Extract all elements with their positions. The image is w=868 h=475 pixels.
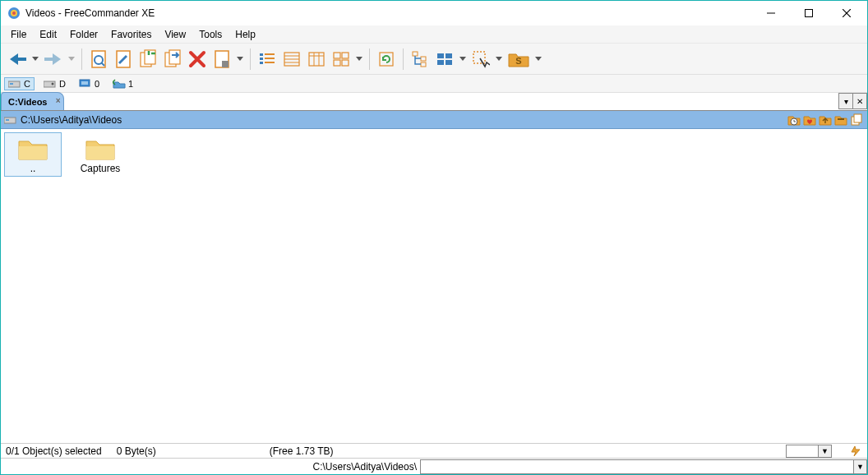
menu-file[interactable]: File [4, 27, 33, 42]
folder-icon [84, 135, 117, 163]
drive-1[interactable]: 1 [108, 77, 137, 90]
menu-folder[interactable]: Folder [63, 27, 104, 42]
svg-rect-46 [10, 83, 13, 85]
svg-rect-50 [81, 81, 88, 85]
folder-up-item[interactable]: .. [4, 132, 62, 177]
back-dropdown[interactable] [30, 47, 40, 71]
svg-rect-42 [446, 60, 452, 65]
back-button[interactable] [6, 47, 29, 71]
drive-d[interactable]: D [39, 77, 70, 90]
command-path: C:\Users\Aditya\Videos\ [1, 461, 420, 473]
svg-rect-40 [446, 53, 452, 58]
tab-label: C:Videos [8, 97, 47, 107]
view-thumbnails-button[interactable] [330, 47, 353, 71]
drive-0[interactable]: 0 [75, 77, 104, 90]
title-bar: Videos - FreeCommander XE [1, 1, 867, 25]
window-title: Videos - FreeCommander XE [25, 7, 752, 19]
svg-rect-43 [473, 52, 485, 63]
move-button[interactable] [161, 47, 184, 71]
tab-close-icon[interactable]: × [56, 96, 61, 105]
separator [81, 48, 82, 70]
tab-videos[interactable]: C:Videos × [1, 92, 64, 110]
menu-bar: File Edit Folder Favorites View Tools He… [1, 25, 867, 44]
filter-combo[interactable]: ▼ [786, 445, 832, 458]
main-toolbar: S [1, 44, 867, 75]
separator [369, 48, 370, 70]
current-path[interactable]: C:\Users\Aditya\Videos [4, 114, 787, 126]
svg-point-2 [12, 12, 16, 15]
svg-rect-19 [260, 62, 263, 64]
svg-rect-41 [437, 60, 444, 65]
tab-close-button[interactable]: ✕ [852, 93, 867, 109]
folder-up-icon[interactable] [818, 113, 833, 127]
app-icon [7, 7, 21, 20]
close-button[interactable] [828, 1, 866, 25]
svg-rect-27 [309, 53, 324, 66]
menu-edit[interactable]: Edit [33, 27, 63, 42]
svg-rect-31 [334, 53, 340, 58]
command-dropdown[interactable]: ▼ [853, 460, 866, 473]
favorites-icon[interactable] [802, 113, 817, 127]
svg-rect-12 [145, 50, 155, 64]
view-list-button[interactable] [256, 47, 279, 71]
view-dropdown[interactable] [354, 47, 364, 71]
menu-view[interactable]: View [158, 27, 192, 42]
svg-rect-32 [342, 53, 349, 58]
refresh-button[interactable] [375, 47, 398, 71]
forward-dropdown[interactable] [67, 47, 76, 71]
select-button[interactable] [469, 47, 492, 71]
panel-button[interactable] [433, 47, 456, 71]
select-dropdown[interactable] [494, 47, 504, 71]
special-folder-dropdown[interactable] [533, 47, 543, 71]
drive-icon [4, 114, 17, 126]
svg-rect-39 [437, 53, 444, 58]
forward-button[interactable] [42, 47, 65, 71]
svg-rect-56 [854, 114, 861, 122]
quick-filter-icon[interactable] [849, 445, 862, 458]
copy-path-icon[interactable] [849, 113, 864, 127]
edit-button[interactable] [112, 47, 135, 71]
delete-button[interactable] [186, 47, 209, 71]
command-input[interactable]: ▼ [420, 459, 867, 474]
svg-rect-14 [169, 50, 180, 64]
view-button[interactable] [87, 47, 110, 71]
selection-status: 0/1 Object(s) selected [6, 445, 102, 457]
separator [250, 48, 251, 70]
svg-rect-18 [260, 58, 263, 60]
svg-rect-16 [222, 61, 229, 67]
svg-rect-52 [6, 119, 9, 121]
svg-rect-36 [413, 52, 418, 56]
separator [403, 48, 404, 70]
minimize-button[interactable] [752, 1, 790, 25]
root-folder-icon[interactable] [833, 113, 848, 127]
svg-rect-4 [806, 10, 813, 17]
tree-button[interactable] [409, 47, 432, 71]
menu-tools[interactable]: Tools [192, 27, 229, 42]
drive-net-icon [79, 79, 92, 89]
status-bar: 0/1 Object(s) selected 0 Byte(s) (Free 1… [1, 443, 867, 458]
svg-rect-34 [342, 60, 349, 66]
command-bar: C:\Users\Aditya\Videos\ ▼ [1, 458, 867, 474]
properties-button[interactable] [210, 47, 233, 71]
file-view[interactable]: .. Captures [1, 129, 867, 443]
maximize-button[interactable] [790, 1, 828, 25]
file-label: .. [30, 163, 36, 174]
view-details-button[interactable] [280, 47, 303, 71]
tab-bar: C:Videos × ▾ ✕ [1, 93, 867, 111]
history-icon[interactable] [787, 113, 801, 127]
menu-help[interactable]: Help [229, 27, 262, 42]
svg-point-48 [51, 82, 53, 85]
tab-history-dropdown[interactable]: ▾ [838, 93, 853, 109]
properties-dropdown[interactable] [235, 47, 245, 71]
drive-c[interactable]: C [4, 77, 35, 90]
file-label: Captures [81, 163, 121, 174]
view-columns-button[interactable] [305, 47, 328, 71]
bytes-status: 0 Byte(s) [117, 445, 156, 457]
panel-dropdown[interactable] [458, 47, 468, 71]
copy-button[interactable] [136, 47, 159, 71]
folder-captures[interactable]: Captures [72, 132, 129, 177]
menu-favorites[interactable]: Favorites [104, 27, 158, 42]
special-folder-button[interactable]: S [506, 47, 532, 71]
path-bar: C:\Users\Aditya\Videos [1, 111, 867, 129]
drive-hdd-icon [44, 79, 57, 89]
